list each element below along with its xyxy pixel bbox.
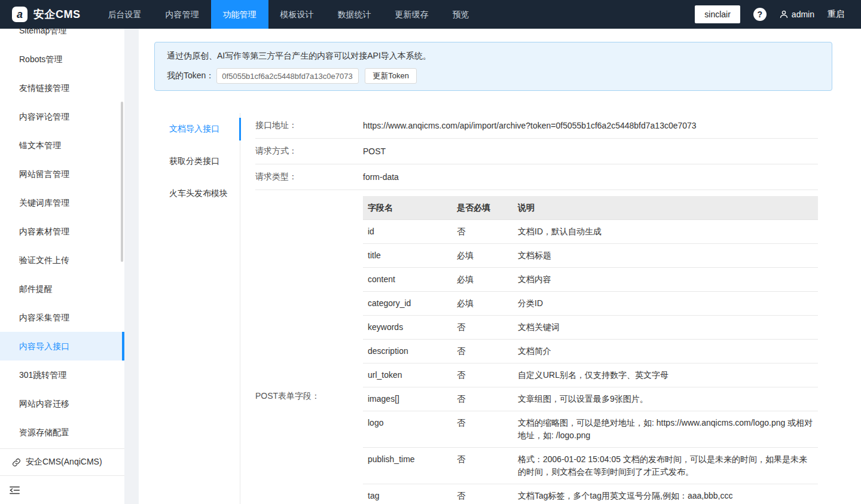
token-row: 我的Token： 更新Token (167, 68, 820, 84)
table-row: title 必填 文档标题 (363, 244, 818, 268)
sidebar-item[interactable]: 内容素材管理 (0, 217, 124, 246)
post-fields-section: POST表单字段： 字段名 是否必填 说明 id 否 (255, 196, 818, 504)
sidebar-item[interactable]: 内容采集管理 (0, 303, 124, 332)
about-link-label: 安企CMS(AnqiCMS) (26, 457, 102, 468)
field-name-cell: keywords (363, 316, 452, 339)
menu-fold-icon[interactable] (10, 486, 20, 494)
required-cell: 否 (452, 220, 513, 243)
top-header: a 安企CMS 后台设置内容管理功能管理模板设计数据统计更新缓存预览 sincl… (0, 0, 861, 29)
description-cell: 文档关键词 (513, 316, 818, 339)
sidebar-item[interactable]: 网站留言管理 (0, 160, 124, 188)
top-nav-item[interactable]: 预览 (441, 0, 481, 29)
table-row: keywords 否 文档关键词 (363, 316, 818, 340)
required-cell: 必填 (452, 292, 513, 315)
top-nav-item[interactable]: 内容管理 (154, 0, 211, 29)
description-cell: 文档简介 (513, 340, 818, 363)
content-card: 通过伪原创、AI写作等第三方平台产生的内容可以对接API导入本系统。 我的Tok… (139, 29, 861, 504)
field-name-cell: url_token (363, 364, 452, 387)
user-icon (780, 10, 788, 19)
top-nav-item[interactable]: 数据统计 (326, 0, 383, 29)
api-info-label: 请求类型： (255, 172, 363, 182)
table-row: images[] 否 文章组图，可以设置最多9张图片。 (363, 387, 818, 411)
top-nav-item[interactable]: 模板设计 (268, 0, 326, 29)
field-name-cell: images[] (363, 387, 452, 411)
field-name-cell: tag (363, 484, 452, 504)
sidebar-item[interactable]: 关键词库管理 (0, 188, 124, 217)
api-info-label: 请求方式： (255, 146, 363, 157)
about-link[interactable]: 安企CMS(AnqiCMS) (0, 448, 124, 475)
sidebar-item[interactable]: 内容导入接口 (0, 332, 124, 361)
header-field-name: 字段名 (363, 196, 452, 219)
field-name-cell: category_id (363, 292, 452, 315)
token-label: 我的Token： (167, 71, 214, 81)
api-info-label: 接口地址： (255, 120, 363, 131)
section-tabs: 文档导入接口获取分类接口火车头发布模块 (154, 113, 240, 504)
table-row: tag 否 文档Tag标签，多个tag用英文逗号分隔,例如：aaa,bbb,cc… (363, 484, 818, 504)
description-cell: 文档Tag标签，多个tag用英文逗号分隔,例如：aaa,bbb,ccc (513, 484, 818, 504)
main-area: 通过伪原创、AI写作等第三方平台产生的内容可以对接API导入本系统。 我的Tok… (124, 29, 861, 504)
table-row: description 否 文档简介 (363, 340, 818, 364)
field-name-cell: title (363, 244, 452, 267)
sidebar-item[interactable]: Robots管理 (0, 45, 124, 74)
api-info-value: https://www.anqicms.com/api/import/archi… (363, 121, 697, 130)
help-icon[interactable]: ? (753, 8, 767, 21)
top-nav-item[interactable]: 功能管理 (211, 0, 268, 29)
header-right: sinclair ? admin 重启 (695, 5, 861, 23)
sidebar-item[interactable]: 网站内容迁移 (0, 389, 124, 418)
required-cell: 否 (452, 448, 513, 484)
field-name-cell: id (363, 220, 452, 243)
field-name-cell: publish_time (363, 448, 452, 484)
table-row: content 必填 文档内容 (363, 268, 818, 292)
sidebar-item[interactable]: 内容评论管理 (0, 102, 124, 131)
table-row: id 否 文档ID，默认自动生成 (363, 220, 818, 244)
user-button[interactable]: sinclair (695, 5, 740, 23)
sidebar: Sitemap管理Robots管理友情链接管理内容评论管理锚文本管理网站留言管理… (0, 29, 124, 504)
sidebar-item[interactable]: 邮件提醒 (0, 274, 124, 303)
top-nav: 后台设置内容管理功能管理模板设计数据统计更新缓存预览 (96, 0, 481, 29)
description-cell: 文档标题 (513, 244, 818, 267)
collapse-row (0, 475, 124, 504)
sidebar-item[interactable]: 锚文本管理 (0, 131, 124, 160)
token-alert: 通过伪原创、AI写作等第三方平台产生的内容可以对接API导入本系统。 我的Tok… (154, 42, 832, 91)
api-info-row: 请求类型： form-data (255, 164, 818, 190)
table-row: publish_time 否 格式：2006-01-02 15:04:05 文档… (363, 448, 818, 484)
username-label: admin (792, 10, 814, 19)
sidebar-item[interactable]: Sitemap管理 (0, 29, 124, 45)
api-info-row: 接口地址： https://www.anqicms.com/api/import… (255, 113, 818, 139)
restart-button[interactable]: 重启 (828, 9, 844, 20)
table-row: url_token 否 自定义URL别名，仅支持数字、英文字母 (363, 364, 818, 387)
description-cell: 自定义URL别名，仅支持数字、英文字母 (513, 364, 818, 387)
header-required: 是否必填 (452, 196, 513, 219)
field-name-cell: description (363, 340, 452, 363)
section-tab[interactable]: 获取分类接口 (154, 145, 240, 178)
description-cell: 分类ID (513, 292, 818, 315)
table-row: category_id 必填 分类ID (363, 292, 818, 316)
required-cell: 否 (452, 411, 513, 447)
required-cell: 否 (452, 316, 513, 339)
top-nav-item[interactable]: 更新缓存 (383, 0, 441, 29)
required-cell: 否 (452, 364, 513, 387)
app-title: 安企CMS (33, 7, 81, 22)
logo: a 安企CMS (12, 7, 81, 22)
sidebar-menu: Sitemap管理Robots管理友情链接管理内容评论管理锚文本管理网站留言管理… (0, 29, 124, 447)
sidebar-scrollbar[interactable] (121, 102, 123, 262)
field-name-cell: logo (363, 411, 452, 447)
admin-menu[interactable]: admin (780, 10, 814, 19)
api-info-value: POST (363, 146, 386, 156)
sidebar-item[interactable]: 验证文件上传 (0, 246, 124, 274)
section-tab[interactable]: 文档导入接口 (154, 113, 240, 145)
update-token-button[interactable]: 更新Token (365, 68, 417, 84)
section-tab[interactable]: 火车头发布模块 (154, 178, 240, 210)
top-nav-item[interactable]: 后台设置 (96, 0, 154, 29)
link-icon (12, 458, 21, 467)
sidebar-footer: 安企CMS(AnqiCMS) (0, 448, 124, 504)
sidebar-item[interactable]: 301跳转管理 (0, 361, 124, 389)
sidebar-item[interactable]: 友情链接管理 (0, 74, 124, 102)
token-input[interactable] (216, 68, 359, 84)
required-cell: 必填 (452, 244, 513, 267)
field-name-cell: content (363, 268, 452, 291)
description-cell: 文档内容 (513, 268, 818, 291)
description-cell: 文档的缩略图，可以是绝对地址，如: https://www.anqicms.co… (513, 411, 818, 447)
alert-text: 通过伪原创、AI写作等第三方平台产生的内容可以对接API导入本系统。 (167, 50, 820, 62)
sidebar-item[interactable]: 资源存储配置 (0, 418, 124, 447)
